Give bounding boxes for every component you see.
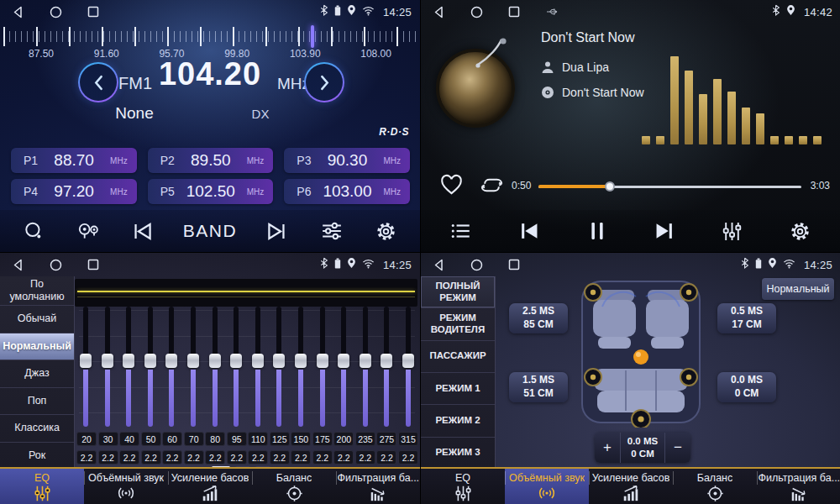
- listener-position-dot[interactable]: [633, 349, 648, 365]
- eq-band-slider[interactable]: [78, 305, 93, 429]
- status-bar: 14:25: [0, 0, 420, 24]
- preset-unit: MHz: [247, 187, 265, 197]
- tab-eq[interactable]: EQ: [0, 469, 84, 504]
- speaker-rear-left[interactable]: [585, 369, 601, 386]
- nav-back-icon[interactable]: [433, 259, 445, 271]
- speaker-subwoofer[interactable]: [632, 410, 650, 428]
- front-right-delay-box[interactable]: 0.5 MS 17 CM: [717, 303, 776, 333]
- eq-preset-classic[interactable]: Классика: [0, 415, 74, 443]
- eq-band-slider[interactable]: [186, 305, 201, 429]
- playlist-button[interactable]: [447, 222, 475, 240]
- previous-station-button[interactable]: [129, 222, 157, 241]
- next-track-button[interactable]: [650, 221, 679, 241]
- delay-ms: 2.5 MS: [522, 305, 554, 318]
- tab-filtering[interactable]: Фильтрация ба...: [336, 469, 420, 504]
- nav-back-icon[interactable]: [433, 6, 445, 18]
- eq-preset-rock[interactable]: Рок: [0, 443, 74, 470]
- stations-button[interactable]: [74, 222, 102, 240]
- eq-band-slider[interactable]: [358, 305, 373, 429]
- nav-recents-icon[interactable]: [87, 259, 99, 270]
- pause-button[interactable]: [583, 220, 612, 242]
- equalizer-button[interactable]: [318, 221, 346, 241]
- radio-preset-p3[interactable]: P390.30MHz: [284, 148, 410, 173]
- rear-right-delay-box[interactable]: 0.0 MS 0 CM: [717, 372, 776, 402]
- seek-down-button[interactable]: [78, 62, 118, 102]
- delay-cm: 51 CM: [523, 387, 553, 401]
- tab-balance[interactable]: Баланс: [252, 469, 336, 504]
- eq-band-slider[interactable]: [315, 305, 330, 429]
- tab-surround-sound[interactable]: Объёмный звук: [505, 469, 589, 504]
- eq-preset-pop[interactable]: Поп: [0, 388, 74, 416]
- equalizer-button[interactable]: [718, 221, 747, 242]
- nav-home-icon[interactable]: [50, 259, 62, 271]
- q-row: Q: 2.22.22.22.22.22.22.22.22.22.22.22.22…: [52, 449, 418, 465]
- frequency-scale[interactable]: [0, 27, 420, 47]
- eq-band-slider[interactable]: [143, 305, 158, 429]
- tab-balance[interactable]: Баланс: [673, 469, 757, 504]
- seek-up-button[interactable]: [304, 62, 344, 102]
- mode-driver[interactable]: РЕЖИМ ВОДИТЕЛЯ: [421, 308, 495, 340]
- radio-preset-p2[interactable]: P289.50MHz: [148, 148, 274, 173]
- eq-band-slider[interactable]: [379, 305, 394, 429]
- repeat-icon[interactable]: [480, 176, 504, 198]
- nav-home-icon[interactable]: [470, 259, 483, 271]
- nav-recents-icon[interactable]: [508, 6, 520, 18]
- eq-band-slider[interactable]: [250, 305, 265, 429]
- seek-knob[interactable]: [605, 181, 615, 192]
- slider-knob: [230, 354, 242, 368]
- band-button[interactable]: BAND: [183, 221, 237, 241]
- nav-home-icon[interactable]: [50, 6, 62, 18]
- decrease-delay-button[interactable]: −: [664, 433, 690, 463]
- eq-band-slider[interactable]: [207, 305, 223, 429]
- speaker-front-left[interactable]: [585, 284, 601, 301]
- tab-filtering[interactable]: Фильтрация ба...: [757, 469, 840, 504]
- increase-delay-button[interactable]: +: [595, 433, 621, 463]
- next-station-button[interactable]: [263, 222, 291, 241]
- settings-gear-icon[interactable]: [786, 221, 815, 242]
- speaker-front-right[interactable]: [680, 284, 697, 301]
- eq-band-slider[interactable]: [336, 305, 351, 429]
- slider-track: [341, 307, 346, 354]
- slider-knob: [295, 354, 307, 368]
- tab-surround-sound[interactable]: Объёмный звук: [84, 469, 168, 504]
- eq-band-slider[interactable]: [100, 305, 115, 429]
- speaker-rear-right[interactable]: [680, 369, 697, 386]
- mode-passenger[interactable]: ПАССАЖИР: [421, 341, 495, 373]
- previous-track-button[interactable]: [515, 221, 543, 241]
- eq-band-slider[interactable]: [271, 305, 286, 429]
- current-frequency: 104.20: [154, 56, 266, 92]
- mode-mode1[interactable]: РЕЖИМ 1: [421, 373, 495, 405]
- nav-back-icon[interactable]: [12, 6, 24, 18]
- sound-preset-button[interactable]: Нормальный: [762, 278, 834, 300]
- eq-preset-jazz[interactable]: Джаз: [0, 360, 74, 388]
- rear-left-delay-box[interactable]: 1.5 MS 51 CM: [509, 372, 568, 402]
- radio-preset-p1[interactable]: P188.70MHz: [11, 148, 137, 173]
- eq-band-slider[interactable]: [401, 305, 416, 429]
- eq-preset-custom[interactable]: Обычай: [0, 306, 74, 333]
- radio-preset-p4[interactable]: P497.20MHz: [11, 179, 137, 204]
- scan-button[interactable]: [19, 221, 48, 241]
- nav-recents-icon[interactable]: [87, 6, 99, 18]
- mode-mode3[interactable]: РЕЖИМ 3: [421, 438, 495, 469]
- radio-preset-p5[interactable]: P5102.50MHz: [148, 179, 274, 204]
- mode-full[interactable]: ПОЛНЫЙ РЕЖИМ: [421, 276, 495, 308]
- eq-band-slider[interactable]: [228, 305, 244, 429]
- eq-band-slider[interactable]: [164, 305, 179, 429]
- eq-preset-default[interactable]: По умолчанию: [0, 276, 74, 306]
- eq-preset-normal[interactable]: Нормальный: [0, 333, 74, 361]
- tab-bass-boost[interactable]: Усиление басов: [589, 469, 673, 504]
- nav-back-icon[interactable]: [12, 259, 24, 271]
- radio-preset-p6[interactable]: P6103.00MHz: [284, 179, 410, 204]
- settings-gear-icon[interactable]: [372, 221, 401, 242]
- nav-home-icon[interactable]: [470, 6, 483, 18]
- seek-bar[interactable]: [538, 183, 801, 190]
- eq-band-slider[interactable]: [121, 305, 136, 429]
- mode-mode2[interactable]: РЕЖИМ 2: [421, 405, 495, 437]
- favorite-heart-icon[interactable]: [439, 174, 464, 199]
- tab-bass-boost[interactable]: Усиление басов: [168, 469, 252, 504]
- location-icon: [347, 4, 356, 19]
- tab-eq[interactable]: EQ: [421, 469, 505, 504]
- front-left-delay-box[interactable]: 2.5 MS 85 CM: [509, 303, 568, 333]
- eq-band-slider[interactable]: [293, 305, 308, 429]
- nav-recents-icon[interactable]: [508, 259, 520, 270]
